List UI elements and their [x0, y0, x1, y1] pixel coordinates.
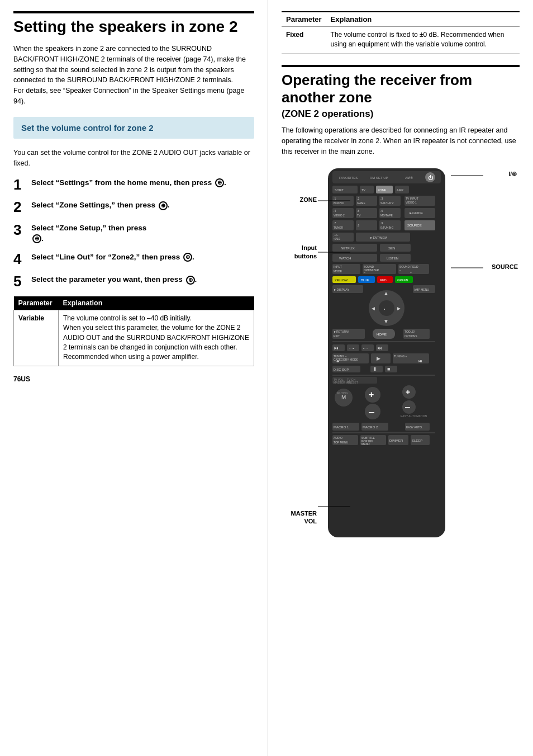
svg-rect-117 — [371, 353, 391, 363]
svg-text:BD/DVD: BD/DVD — [334, 201, 344, 205]
right-header-explanation: Explanation — [326, 12, 520, 27]
remote-control: FAVORITES RM SET UP AV̸/⑧ ⏻ SHIFT TV ZON… — [322, 166, 496, 547]
svg-text:⏸: ⏸ — [373, 366, 378, 372]
svg-text:.9: .9 — [380, 221, 383, 225]
svg-text:PRESET: PRESET — [347, 381, 358, 384]
svg-text:TUNER: TUNER — [334, 226, 344, 229]
param-table-left: Parameter Explanation Variable The volum… — [13, 296, 254, 366]
svg-text:MODE: MODE — [334, 270, 342, 273]
svg-text:▲: ▲ — [383, 290, 389, 296]
step-text-5: Select the parameter you want, then pres… — [31, 273, 197, 285]
svg-text:NETFLIX: NETFLIX — [341, 247, 355, 250]
svg-text:BLUE: BLUE — [361, 278, 369, 282]
left-column: Setting the speakers in zone 2 When the … — [0, 0, 268, 756]
svg-text:FAVORITES: FAVORITES — [339, 176, 358, 179]
svg-text:►RETURN/: ►RETURN/ — [334, 330, 349, 333]
svg-text:RM SET UP: RM SET UP — [370, 176, 388, 179]
param-fixed: Fixed — [282, 27, 326, 54]
power-label: I/⑧ — [508, 171, 517, 177]
svg-text:SEN: SEN — [388, 247, 395, 250]
svg-text:MACRO 1: MACRO 1 — [334, 426, 349, 429]
svg-text:SLEEP: SLEEP — [412, 439, 422, 442]
step-number-1: 1 — [13, 177, 31, 193]
right-top-table: Parameter Explanation Fixed The volume c… — [282, 11, 520, 54]
step-4: 4 Select “Line Out” for “Zone2,” then pr… — [13, 251, 254, 267]
page-number: 76US — [13, 375, 254, 383]
svg-text:►DISPLAY: ►DISPLAY — [334, 288, 350, 291]
svg-text:YELLOW: YELLOW — [335, 278, 348, 282]
step-text-3: Select “Zone Setup,” then press⊕. — [31, 222, 146, 244]
svg-text:OPTIMIZER: OPTIMIZER — [364, 268, 379, 272]
svg-rect-60 — [380, 244, 411, 252]
intro-text: When the speakers in zone 2 are connecte… — [13, 44, 254, 107]
svg-text:MACRO 2: MACRO 2 — [363, 426, 378, 429]
section-title: Operating the receiver from another zone — [282, 65, 520, 106]
step-number-3: 3 — [13, 222, 31, 238]
svg-text:+: + — [410, 271, 412, 274]
step-3: 3 Select “Zone Setup,” then press⊕. — [13, 222, 254, 244]
svg-text:–: – — [364, 271, 365, 274]
remote-svg: FAVORITES RM SET UP AV̸/⑧ ⏻ SHIFT TV ZON… — [322, 166, 451, 546]
svg-text:▶: ▶ — [377, 356, 380, 361]
svg-text:TOP MENU: TOP MENU — [334, 441, 349, 444]
svg-text:INPUT: INPUT — [334, 265, 342, 268]
page-title: Setting the speakers in zone 2 — [13, 11, 254, 36]
svg-text:•→: •→ — [363, 346, 368, 350]
sub-section-title: (ZONE 2 operations) — [282, 108, 520, 120]
remote-diagram-area: ZONE Inputbuttons SOURCE MASTERVOL I/⑧ — [283, 166, 518, 547]
svg-text:←•: ←• — [349, 346, 354, 350]
svg-text:MD/TAPE: MD/TAPE — [380, 214, 393, 217]
step-text-2: Select “Zone Settings,” then press ⊕. — [31, 199, 170, 211]
svg-text:DIMMER: DIMMER — [389, 439, 403, 442]
svg-text:AUDIO: AUDIO — [334, 436, 342, 440]
enter-icon-4: ⊕ — [183, 253, 192, 262]
svg-text:–: – — [399, 268, 401, 272]
param-variable: Variable — [14, 310, 59, 366]
right-header-param: Parameter — [282, 12, 326, 27]
svg-text:+: + — [406, 388, 410, 396]
svg-text:9:TUNING: 9:TUNING — [380, 226, 393, 229]
svg-text:.3: .3 — [380, 197, 383, 200]
step-text-1: Select “Settings” from the home menu, th… — [31, 177, 226, 188]
svg-text:AMP MENU: AMP MENU — [414, 288, 429, 291]
svg-text:+: + — [369, 390, 374, 399]
svg-text:⏻: ⏻ — [428, 175, 434, 181]
svg-text:►: ► — [396, 305, 402, 311]
zone-label: ZONE — [283, 196, 317, 203]
explanation-variable: The volume control is set to –40 dB init… — [59, 310, 254, 366]
explanation-fixed: The volume control is fixed to ±0 dB. Re… — [326, 27, 520, 54]
svg-text:⏭: ⏭ — [418, 359, 422, 363]
svg-text:ZONE: ZONE — [378, 188, 387, 192]
step-number-2: 2 — [13, 199, 31, 215]
enter-icon-1: ⊕ — [215, 178, 224, 187]
svg-text:■: ■ — [387, 366, 390, 372]
svg-text:EXIT: EXIT — [334, 334, 340, 338]
table-row: Fixed The volume control is fixed to ±0 … — [282, 27, 520, 54]
svg-text:WATCH: WATCH — [339, 257, 351, 260]
svg-text:TV: TV — [361, 188, 365, 192]
step-text-4: Select “Line Out” for “Zone2,” then pres… — [31, 251, 194, 263]
svg-text:TOOLS/: TOOLS/ — [404, 330, 415, 333]
svg-text:.5: .5 — [357, 209, 359, 212]
volume-intro: You can set the volume control for the Z… — [13, 148, 254, 169]
svg-text:GAME: GAME — [357, 201, 365, 205]
svg-text:.6: .6 — [380, 209, 383, 212]
svg-text:EASY AUTO.: EASY AUTO. — [406, 426, 423, 429]
section-box: Set the volume control for zone 2 — [13, 117, 254, 139]
step-5: 5 Select the parameter you want, then pr… — [13, 273, 254, 290]
svg-text:AMP: AMP — [397, 188, 403, 192]
svg-text:MENU: MENU — [361, 442, 370, 446]
step-number-5: 5 — [13, 273, 31, 290]
svg-text:.7: .7 — [334, 221, 336, 225]
enter-icon-5: ⊕ — [186, 276, 195, 285]
svg-text:VIDEO 2: VIDEO 2 — [334, 214, 345, 217]
enter-icon-3: ⊕ — [32, 234, 41, 243]
svg-text:SHIFT: SHIFT — [335, 188, 344, 192]
svg-text:VIDEO 1: VIDEO 1 — [406, 201, 417, 204]
svg-rect-58 — [332, 244, 377, 252]
param-table-header-param: Parameter — [14, 296, 59, 310]
svg-text:HOME: HOME — [377, 333, 387, 336]
svg-text:DISC SKIP: DISC SKIP — [334, 368, 349, 371]
step-number-4: 4 — [13, 251, 31, 267]
enter-icon-2: ⊕ — [159, 201, 168, 210]
